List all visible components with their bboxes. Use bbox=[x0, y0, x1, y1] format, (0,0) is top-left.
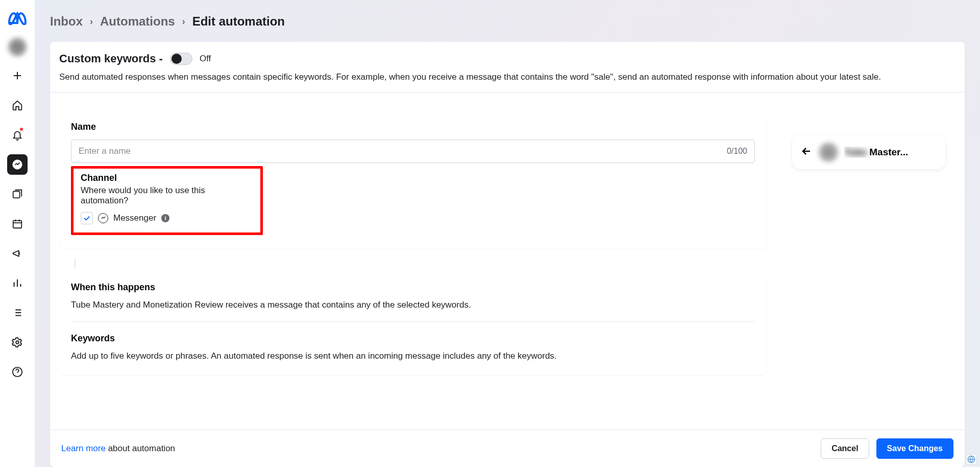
messenger-option-label: Messenger bbox=[113, 213, 156, 223]
messenger-icon bbox=[98, 213, 108, 223]
name-label: Name bbox=[71, 122, 755, 132]
home-icon[interactable] bbox=[7, 95, 28, 115]
inbox-icon[interactable] bbox=[7, 154, 28, 175]
help-icon[interactable] bbox=[7, 362, 28, 382]
breadcrumb-current: Edit automation bbox=[192, 14, 285, 29]
automation-toggle[interactable] bbox=[170, 53, 192, 65]
list-icon[interactable] bbox=[7, 302, 28, 323]
cancel-button[interactable]: Cancel bbox=[821, 438, 869, 459]
preview-card: Tube Master... bbox=[792, 135, 945, 169]
svg-rect-3 bbox=[13, 221, 22, 228]
name-input-wrapper: 0/100 bbox=[71, 139, 755, 163]
notifications-icon[interactable] bbox=[7, 125, 28, 145]
automation-description: Send automated responses when messages c… bbox=[59, 71, 955, 84]
meta-logo[interactable] bbox=[7, 8, 28, 29]
create-icon[interactable] bbox=[7, 65, 28, 86]
settings-icon[interactable] bbox=[7, 332, 28, 353]
name-channel-card: Name 0/100 Channel Where would you like … bbox=[59, 110, 767, 249]
automation-panel: Custom keywords - Off Send automated res… bbox=[50, 42, 965, 467]
account-avatar[interactable] bbox=[8, 38, 27, 56]
learn-more-text: Learn more about automation bbox=[61, 443, 175, 454]
info-icon[interactable]: i bbox=[161, 214, 169, 222]
breadcrumb-automations[interactable]: Automations bbox=[100, 14, 175, 29]
when-desc: Tube Mastery and Monetization Review rec… bbox=[71, 300, 755, 310]
channel-subtitle: Where would you like to use this automat… bbox=[81, 185, 253, 206]
connector-line bbox=[75, 259, 76, 268]
breadcrumb-inbox[interactable]: Inbox bbox=[50, 14, 83, 29]
channel-label: Channel bbox=[81, 173, 253, 183]
toggle-state-label: Off bbox=[200, 54, 211, 64]
name-char-counter: 0/100 bbox=[727, 147, 747, 156]
save-button[interactable]: Save Changes bbox=[876, 438, 953, 459]
name-input[interactable] bbox=[79, 146, 727, 156]
globe-icon[interactable] bbox=[966, 454, 977, 465]
divider bbox=[71, 321, 755, 322]
panel-body: Name 0/100 Channel Where would you like … bbox=[50, 92, 965, 430]
chevron-right-icon: › bbox=[182, 16, 185, 27]
preview-page-title: Tube Master... bbox=[844, 147, 937, 158]
when-title: When this happens bbox=[71, 282, 755, 293]
learn-more-link[interactable]: Learn more bbox=[61, 443, 106, 453]
svg-point-4 bbox=[16, 341, 19, 344]
breadcrumb: Inbox › Automations › Edit automation bbox=[50, 14, 965, 29]
keywords-title: Keywords bbox=[71, 333, 755, 344]
panel-footer: Learn more about automation Cancel Save … bbox=[50, 430, 965, 467]
main-content: Inbox › Automations › Edit automation Cu… bbox=[35, 0, 980, 467]
planner-icon[interactable] bbox=[7, 214, 28, 234]
panel-header: Custom keywords - Off Send automated res… bbox=[50, 42, 965, 92]
chevron-right-icon: › bbox=[90, 16, 93, 27]
ads-icon[interactable] bbox=[7, 243, 28, 264]
preview-avatar bbox=[819, 143, 838, 162]
left-sidebar bbox=[0, 0, 35, 467]
trigger-card: When this happens Tube Mastery and Monet… bbox=[59, 270, 767, 375]
back-arrow-icon[interactable] bbox=[800, 145, 813, 159]
messenger-checkbox[interactable] bbox=[81, 212, 93, 224]
insights-icon[interactable] bbox=[7, 273, 28, 293]
posts-icon[interactable] bbox=[7, 184, 28, 204]
keywords-desc: Add up to five keywords or phrases. An a… bbox=[71, 351, 755, 361]
svg-rect-2 bbox=[13, 192, 20, 198]
automation-title: Custom keywords - bbox=[59, 52, 163, 65]
preview-column: Tube Master... bbox=[792, 110, 945, 420]
channel-section-highlighted: Channel Where would you like to use this… bbox=[71, 166, 263, 235]
